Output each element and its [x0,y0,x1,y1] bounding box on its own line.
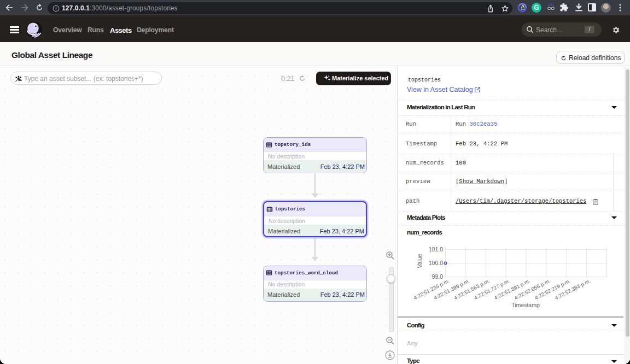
svg-text:Value: Value [416,254,423,268]
svg-text:101.0: 101.0 [429,246,443,253]
svg-text:Timestamp: Timestamp [511,302,540,308]
svg-text:4:22:52.383 p.m.: 4:22:52.383 p.m. [553,278,591,301]
svg-text:99.0: 99.0 [432,273,444,280]
svg-text:100.0: 100.0 [429,260,443,266]
